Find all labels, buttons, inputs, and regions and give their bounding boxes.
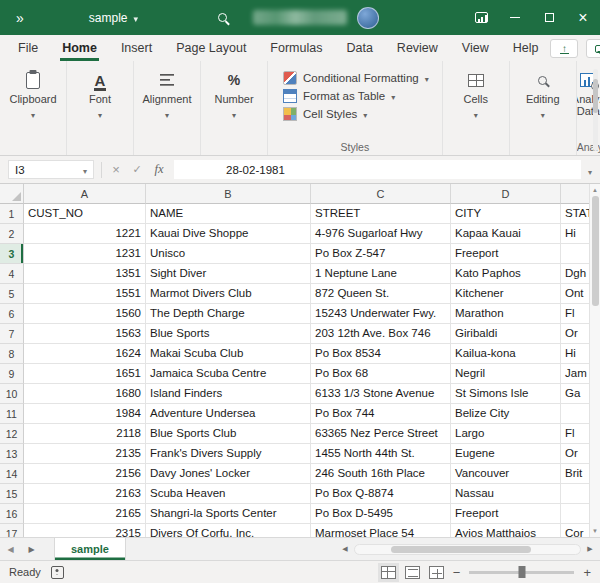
- row-header-15[interactable]: 15: [0, 484, 24, 504]
- zoom-slider[interactable]: [469, 571, 574, 574]
- row-header-8[interactable]: 8: [0, 344, 24, 364]
- horizontal-scrollbar-track[interactable]: [354, 544, 581, 555]
- row-header-13[interactable]: 13: [0, 444, 24, 464]
- row-header-5[interactable]: 5: [0, 284, 24, 304]
- cell[interactable]: Po Box 744: [311, 404, 451, 424]
- maximize-button[interactable]: [532, 0, 566, 35]
- column-header-B[interactable]: B: [146, 184, 311, 204]
- cell[interactable]: 15243 Underwater Fwy.: [311, 304, 451, 324]
- cell[interactable]: Po Box Q-8874: [311, 484, 451, 504]
- tab-page-layout[interactable]: Page Layout: [164, 36, 258, 61]
- cell[interactable]: Giribaldi: [451, 324, 561, 344]
- cell[interactable]: 1551: [24, 284, 146, 304]
- row-header-10[interactable]: 10: [0, 384, 24, 404]
- horizontal-scrollbar-thumb[interactable]: [391, 546, 531, 553]
- cell[interactable]: Scuba Heaven: [146, 484, 311, 504]
- cell[interactable]: 1624: [24, 344, 146, 364]
- cell[interactable]: Frank's Divers Supply: [146, 444, 311, 464]
- cell[interactable]: NAME: [146, 204, 311, 224]
- column-header-C[interactable]: C: [311, 184, 451, 204]
- row-header-2[interactable]: 2: [0, 224, 24, 244]
- cell[interactable]: Davy Jones' Locker: [146, 464, 311, 484]
- font-button[interactable]: Font: [72, 67, 128, 120]
- column-header-A[interactable]: A: [24, 184, 146, 204]
- tab-review[interactable]: Review: [385, 36, 450, 61]
- cell[interactable]: The Depth Charge: [146, 304, 311, 324]
- row-header-14[interactable]: 14: [0, 464, 24, 484]
- cell[interactable]: 1984: [24, 404, 146, 424]
- row-header-7[interactable]: 7: [0, 324, 24, 344]
- cell[interactable]: Kauai Dive Shoppe: [146, 224, 311, 244]
- zoom-out-button[interactable]: [453, 565, 461, 580]
- page-layout-view-button[interactable]: [405, 566, 420, 579]
- number-button[interactable]: Number: [206, 67, 262, 120]
- cell[interactable]: 2135: [24, 444, 146, 464]
- user-avatar[interactable]: [357, 7, 379, 29]
- cell[interactable]: Sight Diver: [146, 264, 311, 284]
- ribbon-scrollbar[interactable]: [593, 69, 598, 151]
- zoom-in-button[interactable]: [583, 565, 591, 580]
- quick-access-overflow-button[interactable]: »: [16, 10, 23, 26]
- row-header-4[interactable]: 4: [0, 264, 24, 284]
- cell[interactable]: 4-976 Sugarloaf Hwy: [311, 224, 451, 244]
- format-as-table-button[interactable]: Format as Table: [283, 89, 395, 103]
- cell[interactable]: Po Box 68: [311, 364, 451, 384]
- expand-formula-bar-icon[interactable]: [588, 161, 592, 179]
- vertical-scrollbar[interactable]: [589, 184, 600, 537]
- cell[interactable]: Divers Of Corfu, Inc.: [146, 524, 311, 537]
- column-header-D[interactable]: D: [451, 184, 561, 204]
- cell[interactable]: 6133 1/3 Stone Avenue: [311, 384, 451, 404]
- cell-styles-button[interactable]: Cell Styles: [283, 107, 367, 121]
- row-header-6[interactable]: 6: [0, 304, 24, 324]
- close-button[interactable]: [566, 0, 600, 35]
- tab-file[interactable]: File: [6, 36, 50, 61]
- cell[interactable]: Makai Scuba Club: [146, 344, 311, 364]
- search-button[interactable]: [218, 13, 227, 22]
- select-all-button[interactable]: [0, 184, 24, 204]
- cell[interactable]: Blue Sports: [146, 324, 311, 344]
- sheet-tab-sample[interactable]: sample: [54, 538, 126, 560]
- cell[interactable]: Marmot Divers Club: [146, 284, 311, 304]
- row-header-3[interactable]: 3: [0, 244, 24, 264]
- cell[interactable]: Marmoset Place 54: [311, 524, 451, 537]
- share-button[interactable]: [550, 39, 578, 58]
- accessibility-icon[interactable]: [51, 566, 64, 579]
- cell[interactable]: Negril: [451, 364, 561, 384]
- document-title-button[interactable]: sample: [89, 11, 138, 25]
- tab-formulas[interactable]: Formulas: [258, 36, 334, 61]
- next-sheet-button[interactable]: [21, 538, 42, 560]
- cell[interactable]: Adventure Undersea: [146, 404, 311, 424]
- horizontal-scrollbar[interactable]: [335, 538, 600, 560]
- scroll-down-icon[interactable]: [592, 527, 598, 535]
- cell[interactable]: 1455 North 44th St.: [311, 444, 451, 464]
- cell[interactable]: Marathon: [451, 304, 561, 324]
- cell[interactable]: Kapaa Kauai: [451, 224, 561, 244]
- cell[interactable]: Island Finders: [146, 384, 311, 404]
- cell[interactable]: Nassau: [451, 484, 561, 504]
- alignment-button[interactable]: Alignment: [139, 67, 195, 120]
- cell[interactable]: Kato Paphos: [451, 264, 561, 284]
- formula-input[interactable]: 28-02-1981: [174, 160, 581, 179]
- clipboard-button[interactable]: Clipboard: [5, 67, 61, 120]
- tab-view[interactable]: View: [450, 36, 501, 61]
- row-header-17[interactable]: 17: [0, 524, 24, 537]
- scroll-up-icon[interactable]: [592, 186, 598, 194]
- row-header-9[interactable]: 9: [0, 364, 24, 384]
- cell[interactable]: Freeport: [451, 504, 561, 524]
- cell[interactable]: CITY: [451, 204, 561, 224]
- cell[interactable]: 2156: [24, 464, 146, 484]
- cell[interactable]: 1560: [24, 304, 146, 324]
- cell[interactable]: CUST_NO: [24, 204, 146, 224]
- cancel-entry-button[interactable]: [109, 162, 123, 177]
- scroll-right-icon[interactable]: [583, 545, 597, 553]
- cell[interactable]: 1351: [24, 264, 146, 284]
- row-header-11[interactable]: 11: [0, 404, 24, 424]
- cell[interactable]: 1680: [24, 384, 146, 404]
- tab-home[interactable]: Home: [50, 36, 109, 61]
- minimize-button[interactable]: [498, 0, 532, 35]
- cell[interactable]: Kailua-kona: [451, 344, 561, 364]
- tab-insert[interactable]: Insert: [109, 36, 164, 61]
- tab-data[interactable]: Data: [334, 36, 384, 61]
- cell[interactable]: St Simons Isle: [451, 384, 561, 404]
- cell[interactable]: Blue Sports Club: [146, 424, 311, 444]
